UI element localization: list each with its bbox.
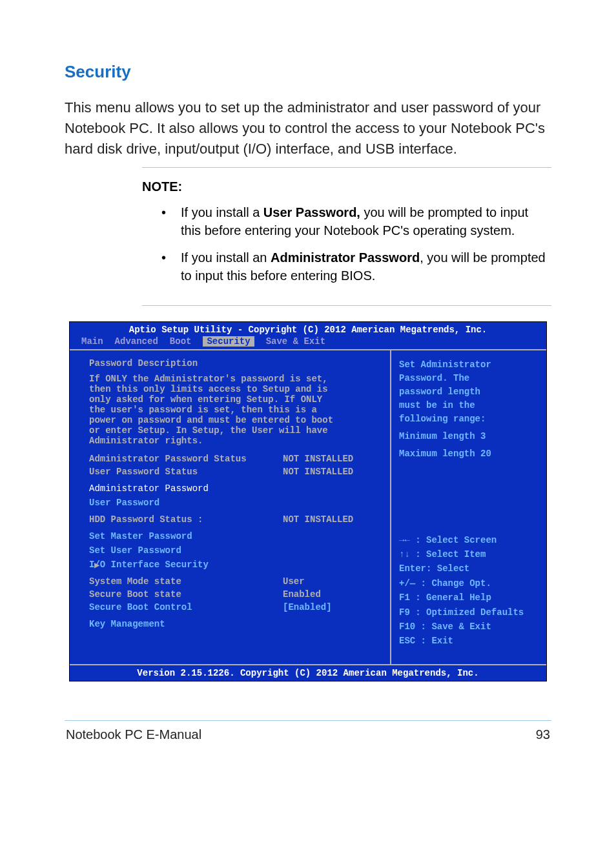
bios-desc-line: power on password and must be entered to… bbox=[89, 415, 378, 425]
bios-keyhelp-line: F10 : Save & Exit bbox=[399, 620, 541, 634]
note-1-bold: User Password, bbox=[263, 205, 360, 219]
bios-user-status-label: User Password Status bbox=[89, 467, 283, 477]
bios-set-master-password[interactable]: Set Master Password bbox=[89, 531, 378, 541]
bios-keyhelp-line: ↑↓ : Select Item bbox=[399, 547, 541, 561]
bios-system-mode-value: User bbox=[283, 576, 305, 587]
bios-keyhelp-line: F9 : Optimized Defaults bbox=[399, 605, 541, 620]
bios-hdd-status-value: NOT INSTALLED bbox=[283, 514, 353, 525]
bios-help-line: Password. The bbox=[399, 372, 541, 385]
bios-admin-status-label: Administrator Password Status bbox=[89, 454, 283, 464]
bios-admin-password-item[interactable]: Administrator Password bbox=[89, 483, 378, 494]
bios-desc-line: only asked for when entering Setup. If O… bbox=[89, 394, 378, 405]
section-heading: Security bbox=[65, 62, 551, 82]
bios-title: Aptio Setup Utility - Copyright (C) 2012… bbox=[70, 322, 546, 336]
bios-help-line: Minimum length 3 bbox=[399, 430, 541, 443]
bios-tab-main[interactable]: Main bbox=[81, 336, 103, 347]
bios-admin-status-value: NOT INSTALLED bbox=[283, 454, 353, 464]
triangle-right-icon: ▶ bbox=[94, 560, 99, 570]
bios-user-status-value: NOT INSTALLED bbox=[283, 467, 353, 477]
bios-hdd-status-label: HDD Password Status : bbox=[89, 514, 283, 525]
bios-help-line: following range: bbox=[399, 412, 541, 426]
bios-secure-boot-control[interactable]: Secure Boot Control bbox=[89, 602, 283, 612]
note-1-pre: If you install a bbox=[181, 205, 263, 219]
footer-divider bbox=[65, 720, 551, 721]
bios-keyhelp-line: +/— : Change Opt. bbox=[399, 576, 541, 590]
bios-io-interface-security[interactable]: I/O Interface Security bbox=[89, 560, 209, 570]
bios-tab-advanced[interactable]: Advanced bbox=[115, 336, 158, 347]
note-bullet-1: If you install a User Password, you will… bbox=[142, 203, 551, 239]
bios-set-user-password[interactable]: Set User Password bbox=[89, 545, 378, 556]
bios-help-line: password length bbox=[399, 385, 541, 399]
bios-secure-boot-control-value[interactable]: [Enabled] bbox=[283, 602, 332, 612]
note-label: NOTE: bbox=[142, 179, 551, 194]
bios-secure-boot-state-value: Enabled bbox=[283, 589, 321, 600]
bios-version-line: Version 2.15.1226. Copyright (C) 2012 Am… bbox=[70, 665, 546, 681]
bios-tab-save-exit[interactable]: Save & Exit bbox=[266, 336, 325, 347]
bios-help-line: Maximum length 20 bbox=[399, 447, 541, 461]
note-2-bold: Administrator Password bbox=[271, 250, 420, 265]
bios-desc-line: If ONLY the Administrator's password is … bbox=[89, 374, 378, 384]
bios-desc-line: the user's password is set, then this is… bbox=[89, 405, 378, 415]
note-bullet-2: If you install an Administrator Password… bbox=[142, 248, 551, 285]
bios-help-line: must be in the bbox=[399, 399, 541, 412]
bios-secure-boot-state-label: Secure Boot state bbox=[89, 589, 283, 600]
page-number: 93 bbox=[536, 727, 550, 742]
bios-user-password-item[interactable]: User Password bbox=[89, 498, 378, 508]
bios-keyhelp-line: →← : Select Screen bbox=[399, 533, 541, 547]
note-2-pre: If you install an bbox=[181, 250, 271, 265]
bios-keyhelp-line: ESC : Exit bbox=[399, 634, 541, 648]
bios-tab-bar: Main Advanced Boot Security Save & Exit bbox=[70, 336, 546, 350]
bios-keyhelp-line: Enter: Select bbox=[399, 561, 541, 576]
bios-desc-line: Administrator rights. bbox=[89, 436, 378, 446]
bios-desc-line: then this only limits access to Setup an… bbox=[89, 384, 378, 394]
bios-keyhelp-line: F1 : General Help bbox=[399, 590, 541, 605]
bios-tab-boot[interactable]: Boot bbox=[170, 336, 192, 347]
bios-screenshot: Aptio Setup Utility - Copyright (C) 2012… bbox=[69, 321, 547, 681]
bios-help-line: Set Administrator bbox=[399, 358, 541, 372]
bios-key-management[interactable]: Key Management bbox=[89, 619, 378, 629]
bios-desc-line: or enter Setup. In Setup, the User will … bbox=[89, 425, 378, 436]
bios-password-description-heading: Password Description bbox=[89, 358, 378, 368]
bios-system-mode-label: System Mode state bbox=[89, 576, 283, 587]
section-body: This menu allows you to set up the admin… bbox=[65, 97, 551, 159]
note-box: NOTE: If you install a User Password, yo… bbox=[142, 167, 551, 306]
footer-title: Notebook PC E-Manual bbox=[66, 727, 201, 742]
bios-tab-security[interactable]: Security bbox=[203, 336, 254, 347]
